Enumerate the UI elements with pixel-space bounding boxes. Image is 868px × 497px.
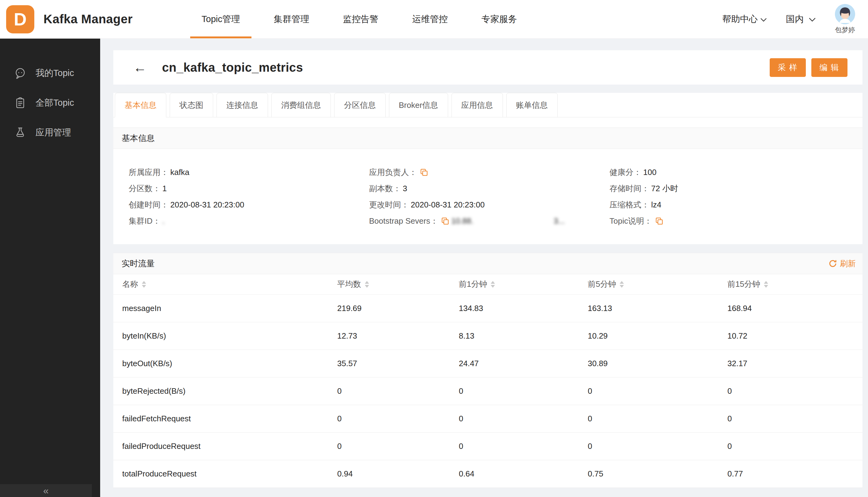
sort-icon[interactable] [365,281,369,288]
edit-button[interactable]: 编 辑 [811,58,848,77]
chat-icon [13,66,28,81]
metric-name: messageIn [113,295,337,322]
refresh-button[interactable]: 刷新 [828,258,856,269]
metric-average: 0.94 [337,460,459,487]
sort-icon[interactable] [764,281,768,288]
tab-broker-info[interactable]: Broker信息 [389,93,448,117]
basic-info-section-header: 基本信息 [113,127,863,149]
metric-5min: 0 [588,405,727,432]
metric-1min: 0 [459,432,588,460]
table-row: byteOut(KB/s) 35.57 24.47 30.89 32.17 [113,350,863,377]
nav-item-expert-service[interactable]: 专家服务 [465,0,534,38]
app-logo[interactable]: D [6,5,34,33]
tab-connection-info[interactable]: 连接信息 [217,93,268,117]
tab-status-chart[interactable]: 状态图 [170,93,213,117]
field-create-time: 创建时间： 2020-08-31 20:23:00 [129,199,369,210]
metric-1min: 8.13 [459,322,588,350]
sidebar-item-all-topic[interactable]: 全部Topic [0,88,100,118]
column-header-average[interactable]: 平均数 [337,274,459,295]
tab-partition-info[interactable]: 分区信息 [334,93,386,117]
help-center-label: 帮助中心 [722,13,758,26]
column-header-last-15min[interactable]: 前15分钟 [727,274,863,295]
copy-icon[interactable] [441,217,449,225]
region-label: 国内 [786,13,804,26]
nav-item-monitor-alerts[interactable]: 监控告警 [326,0,395,38]
field-app-owner: 应用负责人： [369,167,609,178]
copy-icon[interactable] [420,168,428,176]
metric-5min: 0.75 [588,460,727,487]
main-content: ← cn_kafka_topic_metrics 采 样 编 辑 基本信息 状态… [100,39,868,497]
sidebar-item-label: 应用管理 [35,127,71,139]
realtime-traffic-card: 实时流量 刷新 名称 平均数 前1分钟 前5分钟 [113,253,863,488]
tab-billing-info[interactable]: 账单信息 [506,93,558,117]
chevron-down-icon [809,14,816,24]
nav-item-topic-management[interactable]: Topic管理 [185,0,257,38]
metric-average: 12.73 [337,322,459,350]
metric-5min: 163.13 [588,295,727,322]
metric-5min: 10.29 [588,322,727,350]
metric-15min: 0 [727,377,863,405]
basic-info-grid: 所属应用： kafka 应用负责人： 健康分： 100 分区数： 1 [113,149,863,244]
metric-15min: 0 [727,432,863,460]
section-title: 基本信息 [121,133,155,144]
field-compression-format: 压缩格式： lz4 [609,199,863,210]
sidebar: 我的Topic 全部Topic 应用管理 « [0,39,100,497]
metric-5min: 0 [588,432,727,460]
metric-1min: 0 [459,377,588,405]
page-actions: 采 样 编 辑 [770,58,848,77]
user-avatar[interactable] [835,4,855,24]
column-header-last-5min[interactable]: 前5分钟 [588,274,727,295]
metric-average: 35.57 [337,350,459,377]
metric-15min: 10.72 [727,322,863,350]
page-header-card: ← cn_kafka_topic_metrics 采 样 编 辑 [113,50,863,85]
sort-icon[interactable] [491,281,495,288]
tab-consumer-group-info[interactable]: 消费组信息 [271,93,331,117]
metric-15min: 0.77 [727,460,863,487]
metric-15min: 168.94 [727,295,863,322]
sample-button[interactable]: 采 样 [770,58,806,77]
column-header-last-1min[interactable]: 前1分钟 [459,274,588,295]
sidebar-collapse-toggle[interactable]: « [0,484,92,497]
sidebar-item-app-management[interactable]: 应用管理 [0,118,100,147]
back-button[interactable]: ← [133,61,147,74]
copy-icon[interactable] [655,217,663,225]
username: 包梦婷 [835,26,855,34]
nav-item-ops-control[interactable]: 运维管控 [395,0,465,38]
metric-average: 0 [337,377,459,405]
refresh-label: 刷新 [840,258,856,269]
metric-15min: 32.17 [727,350,863,377]
metric-name: totalProduceRequest [113,460,337,487]
metric-name: byteIn(KB/s) [113,322,337,350]
section-title: 实时流量 [121,258,155,269]
region-selector[interactable]: 国内 [786,13,816,26]
tab-app-info[interactable]: 应用信息 [451,93,503,117]
top-header: D Kafka Manager Topic管理 集群管理 监控告警 运维管控 专… [0,0,868,39]
metric-15min: 0 [727,405,863,432]
table-row: failedFetchRequest 0 0 0 0 [113,405,863,432]
sort-icon[interactable] [142,281,146,288]
field-bootstrap-servers: Bootstrap Severs： 10.88. 3... [369,215,609,226]
metric-5min: 30.89 [588,350,727,377]
help-center-link[interactable]: 帮助中心 [722,13,767,26]
app-title: Kafka Manager [43,12,133,26]
logo-letter: D [14,9,27,29]
sort-icon[interactable] [620,281,624,288]
field-cluster-id: 集群ID： . [129,215,369,226]
field-owning-app: 所属应用： kafka [129,167,369,178]
tab-basic-info[interactable]: 基本信息 [115,93,166,117]
metric-1min: 0 [459,405,588,432]
metric-1min: 24.47 [459,350,588,377]
clipboard-icon [13,96,28,110]
chevron-down-icon [760,14,767,24]
field-replica-count: 副本数： 3 [369,183,609,194]
header-right: 帮助中心 国内 [722,4,868,34]
user-profile[interactable]: 包梦婷 [835,4,855,34]
realtime-section-header: 实时流量 刷新 [113,253,863,274]
sidebar-item-label: 全部Topic [35,97,74,109]
nav-item-cluster-management[interactable]: 集群管理 [257,0,326,38]
column-header-name[interactable]: 名称 [113,274,337,295]
top-nav: Topic管理 集群管理 监控告警 运维管控 专家服务 [185,0,534,38]
metric-name: byteRejected(B/s) [113,377,337,405]
field-partition-count: 分区数： 1 [129,183,369,194]
sidebar-item-my-topic[interactable]: 我的Topic [0,58,100,88]
